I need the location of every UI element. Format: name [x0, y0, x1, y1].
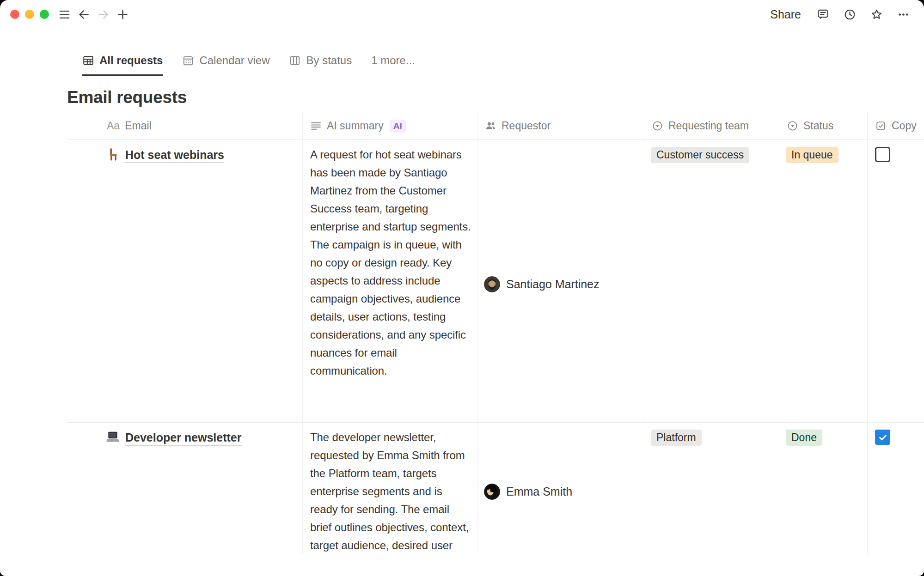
app-window: Share All requests Calendar view — [0, 0, 924, 576]
board-icon — [289, 55, 301, 67]
text-lines-icon — [310, 120, 322, 132]
text-type-icon: Aa — [107, 120, 120, 132]
column-header-copy[interactable]: Copy — [868, 112, 924, 139]
table-row: Hot seat webinars A request for hot seat… — [67, 140, 924, 423]
ellipsis-icon[interactable] — [895, 6, 911, 22]
tab-label: 1 more... — [371, 54, 415, 67]
status-tag: Done — [786, 430, 822, 446]
back-arrow-icon[interactable] — [76, 6, 92, 22]
copy-cell — [868, 423, 924, 554]
page-link[interactable]: Hot seat webinars — [125, 147, 224, 163]
column-label: Status — [803, 120, 833, 132]
team-tag: Customer success — [651, 147, 749, 163]
menu-icon[interactable] — [56, 6, 72, 22]
requestor-cell[interactable]: Santiago Martinez — [477, 140, 644, 422]
people-icon — [485, 120, 496, 132]
requestor-name: Santiago Martinez — [506, 278, 600, 291]
tab-more-views[interactable]: 1 more... — [371, 54, 415, 75]
requesting-team-cell[interactable]: Platform — [644, 423, 779, 554]
share-button[interactable]: Share — [767, 6, 804, 23]
column-label: Email — [125, 120, 152, 132]
copy-checkbox[interactable] — [875, 430, 890, 445]
tab-label: Calendar view — [199, 54, 269, 67]
clock-icon[interactable] — [842, 6, 857, 22]
column-header-requesting-team[interactable]: Requesting team — [644, 112, 779, 139]
view-tabs-bar: All requests Calendar view By status 1 m… — [82, 29, 840, 75]
check-icon — [878, 432, 888, 443]
checkbox-icon — [875, 120, 887, 132]
page-title: Email requests — [67, 87, 924, 108]
email-cell[interactable]: Hot seat webinars — [67, 140, 303, 422]
column-header-requestor[interactable]: Requestor — [477, 112, 644, 139]
chair-icon — [106, 147, 120, 161]
column-label: Copy — [892, 120, 917, 132]
status-cell[interactable]: Done — [779, 423, 868, 554]
tab-by-status[interactable]: By status — [289, 54, 352, 75]
avatar — [484, 276, 500, 292]
ai-summary-cell[interactable]: A request for hot seat webinars has been… — [303, 140, 477, 422]
zoom-window-button[interactable] — [40, 10, 49, 19]
page-link[interactable]: Developer newsletter — [125, 430, 242, 446]
requesting-team-cell[interactable]: Customer success — [644, 140, 779, 422]
column-label: AI summary — [327, 120, 384, 132]
avatar — [484, 484, 500, 500]
tab-calendar-view[interactable]: Calendar view — [182, 54, 269, 75]
ai-badge: AI — [390, 120, 406, 133]
column-label: Requesting team — [668, 120, 749, 132]
minimize-window-button[interactable] — [25, 10, 34, 19]
column-header-email[interactable]: Aa Email — [67, 112, 303, 139]
traffic-lights — [10, 10, 49, 19]
forward-arrow-icon[interactable] — [95, 6, 111, 22]
tab-label: By status — [306, 54, 352, 67]
tab-all-requests[interactable]: All requests — [82, 54, 163, 76]
table-icon — [82, 55, 94, 67]
laptop-icon — [106, 430, 120, 444]
copy-checkbox[interactable] — [875, 147, 890, 162]
column-label: Requestor — [502, 120, 551, 132]
window-top-bar: Share — [0, 0, 924, 29]
column-header-status[interactable]: Status — [779, 112, 868, 139]
comment-icon[interactable] — [815, 6, 831, 22]
status-cell[interactable]: In queue — [779, 140, 868, 422]
column-header-ai-summary[interactable]: AI summary AI — [303, 112, 477, 139]
plus-icon[interactable] — [115, 6, 130, 22]
status-tag: In queue — [786, 147, 838, 163]
select-icon — [787, 120, 798, 132]
team-tag: Platform — [651, 430, 702, 446]
email-cell[interactable]: Developer newsletter — [67, 423, 303, 554]
star-icon[interactable] — [869, 6, 884, 22]
calendar-icon — [182, 55, 194, 67]
table-header-row: Aa Email AI summary AI Requestor Request… — [67, 112, 924, 140]
tab-label: All requests — [99, 54, 163, 67]
ai-summary-cell[interactable]: The developer newsletter, requested by E… — [303, 423, 477, 554]
close-window-button[interactable] — [10, 10, 19, 19]
table-row: Developer newsletter The developer newsl… — [67, 423, 924, 554]
requestor-cell[interactable]: Emma Smith — [477, 423, 644, 554]
select-icon — [652, 120, 663, 132]
requestor-name: Emma Smith — [506, 485, 572, 498]
copy-cell — [868, 140, 924, 422]
